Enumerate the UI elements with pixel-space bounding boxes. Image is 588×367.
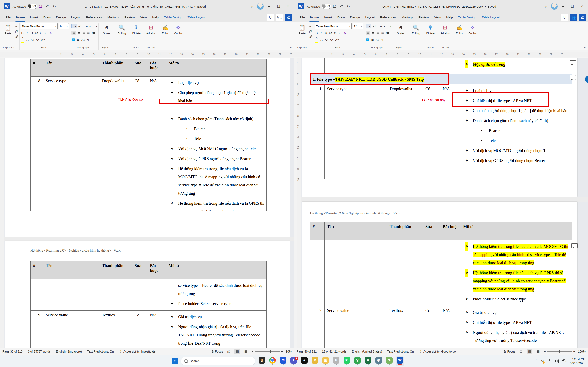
italic-icon[interactable]: I bbox=[26, 31, 29, 35]
catch-up-icon[interactable]: 👥 bbox=[570, 14, 577, 21]
font-color-icon[interactable]: A bbox=[320, 38, 323, 42]
word-count[interactable]: 13 of 41421 words bbox=[322, 350, 346, 353]
font-name-combo[interactable]: Times New Roman⌄ bbox=[315, 23, 352, 29]
search-icon[interactable]: ⌕ bbox=[543, 3, 549, 9]
taskbar-icon-planner[interactable]: ⚲ bbox=[353, 356, 362, 366]
taskbar-icon-word[interactable]: W bbox=[396, 356, 404, 366]
page-indicator[interactable]: Page 46 of 321 bbox=[297, 350, 317, 353]
pilcrow-icon[interactable]: ¶ bbox=[380, 38, 384, 42]
tab-mailings[interactable]: Mailings bbox=[105, 13, 122, 22]
word-count[interactable]: 6 of 35787 words bbox=[28, 350, 51, 353]
tab-insert[interactable]: Insert bbox=[321, 13, 335, 22]
wifi-icon[interactable] bbox=[547, 359, 551, 363]
quick-access-chevron-icon[interactable]: ⌄ bbox=[352, 3, 358, 9]
strikethrough-icon[interactable]: ab bbox=[329, 31, 332, 34]
sync-icon[interactable]: ↻ bbox=[541, 359, 544, 363]
save-icon[interactable]: 🖫 bbox=[331, 3, 337, 9]
taskbar-icon-v-app[interactable]: V bbox=[311, 356, 319, 366]
cut-icon[interactable]: ✂ bbox=[15, 25, 18, 28]
taskbar-icon-file-explorer[interactable]: ▣ bbox=[321, 356, 330, 366]
align-right-icon[interactable]: ☰ bbox=[82, 31, 85, 35]
print-layout-icon[interactable]: ▤ bbox=[234, 349, 240, 354]
copilot-button[interactable]: ❖Copilot bbox=[173, 23, 184, 35]
tab-home[interactable]: Home bbox=[13, 13, 27, 22]
focus-button[interactable]: 🗎 Focus bbox=[503, 350, 515, 353]
undo-icon[interactable]: ↶ bbox=[44, 3, 51, 9]
addins-button[interactable]: ⊞Add-ins bbox=[439, 23, 451, 35]
minimize-button[interactable]: – bbox=[265, 3, 273, 10]
paste-button[interactable]: 📋Paste⌄ bbox=[2, 23, 14, 38]
font-name-combo[interactable]: Times New Roman⌄ bbox=[21, 23, 58, 29]
autosave-toggle[interactable]: AutoSave Off bbox=[13, 4, 37, 9]
battery-saver-icon[interactable]: 🗗♥ bbox=[562, 359, 567, 363]
tab-insert[interactable]: Insert bbox=[27, 13, 41, 22]
italic-icon[interactable]: I bbox=[320, 31, 323, 35]
avatar[interactable] bbox=[257, 3, 264, 10]
taskbar-icon-phone-link[interactable]: ▯ bbox=[258, 356, 266, 366]
borders-icon[interactable]: ⊞ bbox=[371, 38, 374, 42]
bold-icon[interactable]: B bbox=[315, 31, 318, 35]
multilevel-icon[interactable]: ☱a bbox=[377, 24, 382, 28]
change-case-icon[interactable]: Aa bbox=[325, 38, 329, 42]
borders-icon[interactable]: ⊞ bbox=[77, 38, 80, 42]
justify-icon[interactable]: ☰ bbox=[381, 31, 384, 35]
minimize-button[interactable]: – bbox=[559, 3, 567, 10]
language[interactable]: English (Singapore) bbox=[56, 350, 82, 353]
clock[interactable]: 12:54 CH 30/10/2025 bbox=[570, 357, 585, 365]
align-right-icon[interactable]: ☰ bbox=[376, 31, 380, 35]
superscript-icon[interactable]: x² bbox=[338, 31, 342, 34]
editor-button[interactable]: ✍Editor bbox=[159, 23, 171, 35]
taskbar-icon-chrome[interactable] bbox=[268, 356, 277, 366]
accessibility-status[interactable]: 🚶 Accessibility: Good to go bbox=[419, 350, 456, 353]
line-spacing-icon[interactable]: ↕≡ bbox=[386, 31, 389, 35]
zoom-level[interactable]: 100% bbox=[578, 350, 586, 353]
web-layout-icon[interactable]: ▦ bbox=[243, 349, 249, 354]
horizontal-ruler-right[interactable]: 1234567891011121314151617181920212223 bbox=[294, 52, 588, 57]
share-button[interactable]: 🖅 bbox=[285, 14, 293, 21]
change-case-icon[interactable]: Aa bbox=[31, 38, 34, 42]
font-size-combo[interactable]: 12⌄ bbox=[353, 23, 363, 29]
ribbon-collapse-icon[interactable]: ⌄ bbox=[290, 45, 292, 49]
dictate-button[interactable]: 🎙Dictate⌄ bbox=[425, 23, 436, 38]
superscript-icon[interactable]: x² bbox=[44, 31, 48, 34]
tab-table-layout[interactable]: Table Layout bbox=[479, 13, 502, 22]
tab-view[interactable]: View bbox=[432, 13, 444, 22]
dictate-button[interactable]: 🎙Dictate⌄ bbox=[130, 23, 142, 38]
editing-mode-icon[interactable]: ✎⌄ bbox=[276, 14, 284, 21]
tab-file[interactable]: File bbox=[3, 13, 13, 22]
autosave-toggle[interactable]: AutoSave Off bbox=[307, 4, 331, 9]
avatar[interactable] bbox=[551, 3, 558, 10]
bold-icon[interactable]: B bbox=[21, 31, 24, 35]
tab-file[interactable]: File bbox=[297, 13, 307, 22]
print-layout-icon[interactable]: ▤ bbox=[527, 349, 532, 354]
comments-icon[interactable]: 🗩 bbox=[267, 14, 275, 21]
volume-muted-icon[interactable]: ✕ bbox=[554, 359, 559, 363]
text-effects-icon[interactable]: A bbox=[343, 31, 346, 35]
saved-status[interactable]: Saved bbox=[487, 5, 496, 8]
read-mode-icon[interactable]: 🕮 bbox=[518, 349, 524, 354]
zoom-slider[interactable]: −+ bbox=[252, 350, 283, 353]
taskbar-icon-unikey[interactable]: ủ bbox=[332, 356, 340, 366]
text-predictions[interactable]: Text Predictions: On bbox=[387, 350, 414, 353]
page-indicator[interactable]: Page 36 of 310 bbox=[2, 350, 22, 353]
maximize-button[interactable]: ☐ bbox=[568, 3, 577, 10]
multilevel-icon[interactable]: ☱a bbox=[83, 24, 88, 28]
increase-indent-icon[interactable]: ⇥ bbox=[388, 24, 391, 28]
taskbar-search[interactable]: Search bbox=[181, 357, 255, 365]
addins-button[interactable]: ⊞Add-ins bbox=[145, 23, 157, 35]
tab-help[interactable]: Help bbox=[444, 13, 455, 22]
grow-font-icon[interactable]: A˄ bbox=[36, 38, 40, 42]
line-spacing-icon[interactable]: ↕≡ bbox=[92, 31, 95, 35]
autosave-switch[interactable]: Off bbox=[27, 4, 37, 9]
text-effects-icon[interactable]: A bbox=[49, 31, 52, 35]
align-center-icon[interactable]: 𝌆 bbox=[78, 31, 81, 35]
styles-button[interactable]: 𝔄⃰Styles⌄ bbox=[100, 23, 113, 38]
highlight-color-icon[interactable]: A bbox=[21, 36, 24, 43]
saved-status[interactable]: Saved bbox=[197, 5, 206, 8]
tab-review[interactable]: Review bbox=[122, 13, 138, 22]
cut-icon[interactable]: ✂ bbox=[309, 25, 312, 28]
tab-design[interactable]: Design bbox=[53, 13, 69, 22]
highlight-color-icon[interactable]: A bbox=[315, 36, 318, 43]
comment-icon[interactable] bbox=[571, 243, 578, 248]
zoom-slider[interactable]: −+ bbox=[544, 350, 575, 353]
